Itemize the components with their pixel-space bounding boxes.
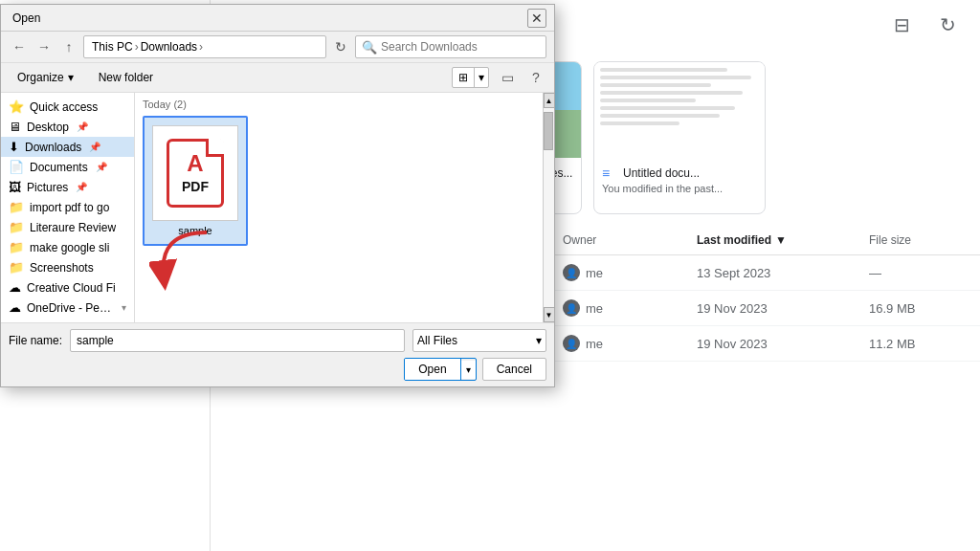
sidebar-item-label: Screenshots	[30, 261, 94, 275]
sidebar-item-label: Downloads	[25, 141, 81, 154]
settings-sliders-icon[interactable]: ⊟	[884, 8, 919, 42]
dialog-files-area: Today (2) A PDF	[135, 93, 543, 322]
sidebar-item-label: OneDrive - Perso	[27, 301, 114, 315]
vertical-scrollbar[interactable]: ▲ ▼	[543, 93, 554, 322]
open-button-group: Open ▾	[404, 358, 476, 381]
creative-cloud-icon: ☁	[9, 280, 21, 295]
file-modified: 19 Nov 2023	[697, 301, 869, 316]
sidebar-item-label: make google sli	[30, 241, 109, 254]
view-dropdown[interactable]: ⊞ ▾	[452, 67, 489, 88]
scrollbar-up-btn[interactable]: ▲	[544, 93, 555, 108]
sidebar-item-label: Quick access	[30, 100, 98, 114]
quick-access-icon: ⭐	[9, 99, 24, 114]
filetype-dropdown[interactable]: All Files ▾	[412, 329, 546, 352]
pin-icon: 📌	[96, 162, 107, 172]
file-owner: 👤 me	[563, 299, 697, 317]
scrollbar-thumb[interactable]	[544, 112, 553, 150]
file-owner: 👤 me	[563, 335, 697, 352]
sidebar-item-documents[interactable]: 📄 Documents 📌	[1, 157, 134, 177]
pdf-thumbnail: A PDF	[152, 125, 238, 221]
organize-button[interactable]: Organize ▾	[9, 67, 82, 88]
file-item-sample-pdf[interactable]: A PDF sample	[143, 116, 248, 246]
view-icon: ⊞	[453, 71, 474, 84]
owner-avatar: 👤	[563, 264, 580, 281]
dialog-titlebar: Open ✕	[1, 5, 554, 32]
doc-icon: ≡	[602, 165, 617, 181]
sidebar-item-desktop[interactable]: 🖥 Desktop 📌	[1, 117, 134, 137]
sidebar-item-label: Literaure Review	[30, 221, 116, 234]
file-size: 16.9 MB	[869, 301, 965, 316]
desktop-icon: 🖥	[9, 120, 21, 134]
dialog-close-button[interactable]: ✕	[527, 9, 546, 28]
files-grid: A PDF sample	[139, 112, 539, 250]
sidebar-item-google-slides[interactable]: 📁 make google sli	[1, 237, 134, 257]
filename-input[interactable]	[70, 329, 405, 352]
col-header-size: File size	[869, 233, 965, 247]
files-pane: Today (2) A PDF	[135, 93, 554, 322]
sidebar-item-quick-access[interactable]: ⭐ Quick access	[1, 97, 134, 117]
pdf-thumb-content: A PDF	[153, 126, 237, 220]
sidebar-item-pictures[interactable]: 🖼 Pictures 📌	[1, 177, 134, 197]
sidebar-item-screenshots[interactable]: 📁 Screenshots	[1, 257, 134, 277]
new-folder-button[interactable]: New folder	[90, 67, 162, 88]
col-header-modified[interactable]: Last modified ▼	[697, 233, 869, 247]
card-meta-doc: You modified in the past...	[602, 183, 757, 194]
forward-button[interactable]: →	[33, 36, 55, 57]
onedrive-icon: ☁	[9, 300, 21, 315]
dialog-overlay: Open ✕ ← → ↑ This PC › Downloads › ↻ 🔍 O…	[0, 0, 555, 402]
file-modified: 13 Sept 2023	[697, 266, 869, 280]
search-input[interactable]	[381, 40, 540, 54]
search-wrapper: 🔍	[355, 35, 546, 58]
path-part-downloads: Downloads	[141, 40, 197, 54]
help-button[interactable]: ?	[525, 67, 546, 88]
pdf-text-label: PDF	[182, 179, 209, 194]
scrollbar-down-btn[interactable]: ▼	[544, 307, 555, 322]
back-button[interactable]: ←	[9, 36, 30, 57]
card-info-doc: ≡ Untitled docu... You modified in the p…	[594, 158, 765, 202]
file-size: 11.2 MB	[869, 337, 965, 351]
doc-scene	[594, 62, 765, 158]
sidebar-item-label: import pdf to go	[30, 201, 109, 214]
downloads-icon: ⬇	[9, 140, 19, 154]
file-owner: 👤 me	[563, 264, 697, 281]
file-size: —	[869, 266, 965, 280]
dialog-body: ⭐ Quick access 🖥 Desktop 📌 ⬇ Downloads 📌…	[1, 93, 554, 322]
pictures-icon: 🖼	[9, 180, 21, 194]
up-button[interactable]: ↑	[58, 36, 79, 57]
col-header-owner: Owner	[563, 233, 697, 247]
pin-icon: 📌	[89, 142, 100, 152]
sidebar-item-onedrive[interactable]: ☁ OneDrive - Perso ▾	[1, 298, 134, 318]
view-dropdown-arrow: ▾	[474, 68, 488, 87]
filename-row: File name: All Files ▾	[9, 329, 546, 352]
preview-pane-button[interactable]: ▭	[497, 67, 518, 88]
dialog-title: Open	[12, 11, 40, 25]
sidebar-item-downloads[interactable]: ⬇ Downloads 📌	[1, 137, 134, 157]
sidebar-item-label: Pictures	[27, 181, 68, 194]
dialog-addressbar: ← → ↑ This PC › Downloads › ↻ 🔍	[1, 32, 554, 63]
suggested-card-doc[interactable]: ≡ Untitled docu... You modified in the p…	[593, 61, 766, 214]
scrollbar-track[interactable]	[544, 108, 554, 307]
card-title-doc: ≡ Untitled docu...	[602, 165, 757, 181]
search-icon: 🔍	[362, 40, 377, 55]
dialog-toolbar: Organize ▾ New folder ⊞ ▾ ▭ ?	[1, 63, 554, 93]
refresh-button[interactable]: ↻	[330, 36, 351, 57]
owner-avatar: 👤	[563, 335, 580, 352]
open-button[interactable]: Open	[405, 359, 460, 380]
dialog-bottom: File name: All Files ▾ Open ▾ Cancel	[1, 322, 554, 386]
button-row: Open ▾ Cancel	[9, 358, 546, 381]
sidebar-item-label: Desktop	[27, 121, 69, 134]
card-thumb-doc	[594, 62, 765, 158]
filetype-label: All Files	[417, 334, 457, 347]
open-dropdown-arrow-button[interactable]: ▾	[461, 361, 476, 379]
folder-icon: 📁	[9, 200, 24, 214]
cancel-button[interactable]: Cancel	[482, 358, 546, 381]
sort-down-icon: ▼	[775, 233, 787, 247]
sidebar-item-literature[interactable]: 📁 Literaure Review	[1, 217, 134, 237]
file-modified: 19 Nov 2023	[697, 337, 869, 351]
account-icon[interactable]: ↻	[930, 8, 965, 42]
sidebar-item-creative-cloud[interactable]: ☁ Creative Cloud Fi	[1, 277, 134, 298]
pdf-icon: A PDF	[167, 139, 224, 208]
sidebar-item-import-pdf[interactable]: 📁 import pdf to go	[1, 197, 134, 217]
address-path[interactable]: This PC › Downloads ›	[83, 35, 326, 58]
organize-dropdown-arrow: ▾	[68, 71, 74, 84]
